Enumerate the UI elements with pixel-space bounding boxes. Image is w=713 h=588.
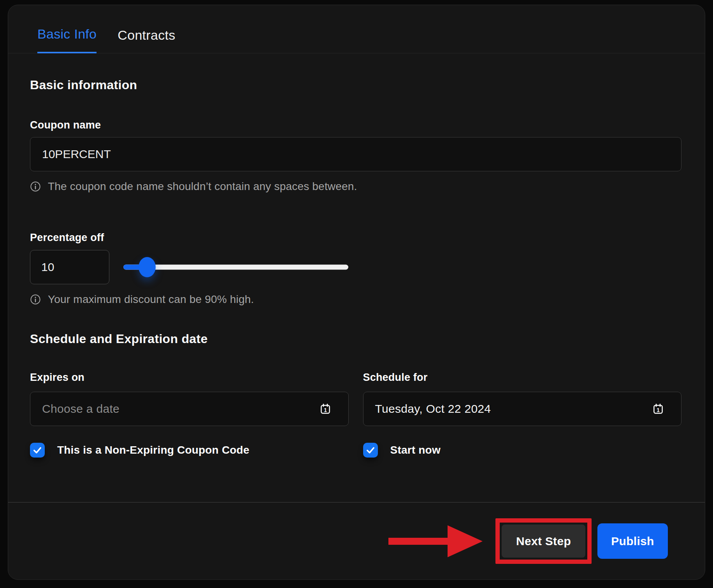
- coupon-name-input[interactable]: [30, 137, 681, 171]
- coupon-form-card: Basic Info Contracts Basic information C…: [8, 5, 705, 580]
- tab-bar: Basic Info Contracts: [8, 5, 705, 53]
- start-now-checkbox-row: Start now: [363, 443, 682, 458]
- tab-basic-info[interactable]: Basic Info: [37, 26, 97, 53]
- footer-actions: Next Step Publish: [8, 503, 705, 579]
- form-content: Basic information Coupon name The coupon…: [8, 53, 705, 459]
- calendar-icon[interactable]: 1: [652, 403, 664, 415]
- info-icon: [30, 181, 41, 192]
- schedule-for-value: Tuesday, Oct 22 2024: [375, 402, 491, 415]
- check-icon: [32, 445, 43, 456]
- expires-on-datepicker[interactable]: Choose a date 1: [30, 392, 349, 426]
- percentage-off-row: [30, 250, 681, 284]
- schedule-section-title: Schedule and Expiration date: [30, 332, 681, 346]
- start-now-checkbox[interactable]: [363, 443, 378, 458]
- red-arrow-annotation: [388, 525, 483, 558]
- slider-track[interactable]: [123, 265, 348, 270]
- percentage-help-row: Your maximum discount can be 90% high.: [30, 294, 681, 305]
- coupon-name-help-row: The coupon code name shouldn’t contain a…: [30, 181, 681, 192]
- schedule-for-column: Schedule for Tuesday, Oct 22 2024 1: [363, 371, 682, 458]
- calendar-icon[interactable]: 1: [320, 403, 331, 415]
- percentage-off-label: Percentage off: [30, 232, 681, 244]
- coupon-name-help-text: The coupon code name shouldn’t contain a…: [48, 181, 357, 192]
- schedule-for-label: Schedule for: [363, 371, 682, 384]
- schedule-for-datepicker[interactable]: Tuesday, Oct 22 2024 1: [363, 392, 682, 426]
- non-expiring-checkbox-row: This is a Non-Expiring Coupon Code: [30, 443, 349, 458]
- expires-on-placeholder: Choose a date: [42, 402, 119, 415]
- expires-on-label: Expires on: [30, 371, 349, 384]
- percentage-slider[interactable]: [123, 250, 348, 284]
- coupon-name-label: Coupon name: [30, 119, 681, 131]
- next-step-button[interactable]: Next Step: [502, 525, 585, 558]
- basic-information-title: Basic information: [30, 78, 681, 92]
- red-highlight-annotation: Next Step: [495, 518, 592, 564]
- start-now-checkbox-label[interactable]: Start now: [390, 444, 441, 456]
- publish-button[interactable]: Publish: [597, 523, 668, 559]
- svg-text:1: 1: [324, 407, 327, 413]
- tab-contracts[interactable]: Contracts: [118, 28, 175, 53]
- check-icon: [365, 445, 376, 456]
- percentage-help-text: Your maximum discount can be 90% high.: [48, 294, 254, 305]
- svg-text:1: 1: [657, 407, 660, 413]
- info-icon: [30, 294, 41, 305]
- percentage-off-input[interactable]: [30, 250, 109, 284]
- non-expiring-checkbox-label[interactable]: This is a Non-Expiring Coupon Code: [57, 444, 249, 456]
- non-expiring-checkbox[interactable]: [30, 443, 45, 458]
- expires-on-column: Expires on Choose a date 1: [30, 371, 349, 458]
- slider-thumb[interactable]: [139, 257, 156, 277]
- schedule-grid: Expires on Choose a date 1: [30, 371, 681, 458]
